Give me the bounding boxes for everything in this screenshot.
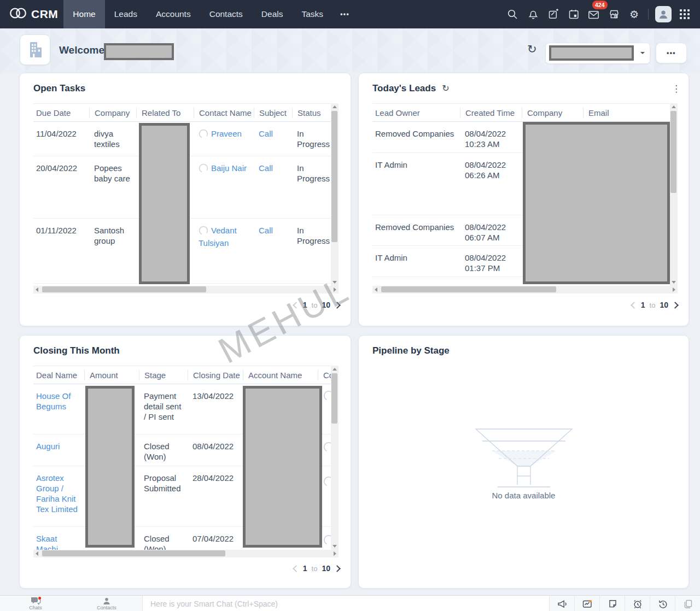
cell-due-date: 01/11/2022 [33, 219, 89, 236]
activity-feed-button[interactable] [574, 596, 599, 611]
announcements-button[interactable] [549, 596, 574, 611]
nav-more-button[interactable]: ••• [332, 0, 357, 28]
contact-avatar-icon [199, 129, 208, 141]
marketplace-button[interactable] [604, 0, 624, 28]
redacted-dashboard-name [549, 45, 634, 61]
horizontal-scrollbar[interactable] [33, 286, 339, 293]
pagination: 1 to 10 [294, 564, 340, 573]
panel-menu-kebab-icon[interactable]: ⋮ [672, 84, 681, 93]
cell-company: divya textiles [89, 122, 136, 149]
prev-page-chevron-icon[interactable] [631, 302, 638, 309]
scroll-right-arrow-icon[interactable] [673, 287, 675, 292]
mail-button[interactable]: 424 [584, 0, 604, 28]
column-header-amount[interactable]: Amount [84, 370, 139, 380]
dashboard-selector-dropdown[interactable] [545, 43, 650, 64]
nav-item-home[interactable]: Home [63, 0, 104, 28]
nav-item-accounts[interactable]: Accounts [147, 0, 200, 28]
column-header-email[interactable]: Email [583, 108, 667, 118]
settings-button[interactable]: ⚙ [624, 0, 644, 28]
column-header-deal-name[interactable]: Deal Name [33, 370, 84, 380]
deal-link[interactable]: Asrotex Group / Fariha Knit Tex Limited [36, 473, 78, 514]
cell-contact-name: Vedant Tulsiyan [194, 219, 254, 248]
copies-button[interactable] [675, 596, 700, 611]
vertical-scrollbar[interactable] [331, 366, 339, 550]
table-header: Deal Name Amount Stage Closing Date Acco… [33, 366, 331, 384]
contacts-tab[interactable]: Contacts [71, 596, 142, 611]
scroll-left-arrow-icon[interactable] [36, 551, 38, 556]
chats-tab[interactable]: Chats [0, 596, 71, 611]
subject-link[interactable]: Call [259, 163, 273, 173]
scroll-up-arrow-icon[interactable] [332, 105, 337, 108]
contact-link[interactable]: Baiju Nair [211, 163, 247, 173]
notifications-button[interactable] [523, 0, 543, 28]
user-avatar[interactable] [655, 6, 672, 22]
subject-link[interactable]: Call [259, 226, 273, 235]
smart-chat-input[interactable] [143, 596, 549, 611]
scrollbar-thumb[interactable] [331, 373, 337, 424]
scrollbar-thumb[interactable] [42, 550, 225, 556]
column-header-closing-date[interactable]: Closing Date [188, 370, 243, 380]
nav-item-tasks[interactable]: Tasks [293, 0, 333, 28]
column-header-account-name[interactable]: Account Name [243, 370, 318, 380]
column-header-contact-name[interactable]: Contact Name [194, 108, 254, 118]
column-header-status[interactable]: Status [292, 108, 328, 118]
scrollbar-thumb[interactable] [331, 111, 337, 242]
calendar-button[interactable] [563, 0, 584, 28]
next-page-chevron-icon[interactable] [334, 302, 341, 309]
column-header-lead-owner[interactable]: Lead Owner [372, 108, 460, 118]
quick-create-button[interactable] [543, 0, 563, 28]
dashboard-more-button[interactable]: ••• [656, 43, 687, 63]
prev-page-chevron-icon[interactable] [293, 302, 300, 309]
deal-link[interactable]: House Of Begums [36, 391, 71, 411]
panel-title: Closing This Month [33, 345, 120, 356]
column-header-stage[interactable]: Stage [139, 370, 188, 380]
column-header-company[interactable]: Company [522, 108, 583, 118]
deal-link[interactable]: Auguri [36, 442, 60, 451]
scroll-up-arrow-icon[interactable] [672, 105, 676, 108]
column-header-due-date[interactable]: Due Date [33, 108, 89, 118]
reminders-button[interactable] [625, 596, 650, 611]
nav-item-contacts[interactable]: Contacts [200, 0, 252, 28]
subject-link[interactable]: Call [259, 129, 273, 138]
scroll-up-arrow-icon[interactable] [332, 368, 337, 371]
horizontal-scrollbar[interactable] [372, 286, 678, 293]
cell-stage: Closed (Won) [139, 527, 188, 550]
next-page-chevron-icon[interactable] [334, 565, 341, 572]
scroll-right-arrow-icon[interactable] [334, 551, 336, 556]
scroll-down-arrow-icon[interactable] [332, 545, 337, 548]
column-header-contact-truncated[interactable]: Con [318, 370, 331, 380]
vertical-scrollbar[interactable] [670, 103, 678, 286]
history-button[interactable] [650, 596, 675, 611]
refresh-panel-icon[interactable]: ↻ [442, 84, 449, 93]
horizontal-scrollbar[interactable] [33, 550, 339, 557]
brand[interactable]: CRM [0, 6, 63, 22]
nav-item-leads[interactable]: Leads [105, 0, 147, 28]
vertical-scrollbar[interactable] [331, 103, 339, 286]
deal-link[interactable]: Skaat Machi [36, 534, 58, 550]
scrollbar-thumb[interactable] [42, 286, 206, 292]
search-button[interactable] [503, 0, 523, 28]
scroll-right-arrow-icon[interactable] [334, 287, 336, 292]
contact-link[interactable]: Praveen [211, 129, 242, 138]
pagination: 1 to 10 [294, 301, 340, 309]
refresh-dashboard-button[interactable]: ↻ [526, 42, 538, 57]
next-page-chevron-icon[interactable] [672, 302, 679, 309]
scroll-left-arrow-icon[interactable] [36, 287, 38, 292]
scrollbar-thumb[interactable] [381, 286, 556, 292]
cell-created-time: 08/04/202201:37 PM [460, 246, 522, 273]
scroll-left-arrow-icon[interactable] [375, 287, 377, 292]
scroll-down-arrow-icon[interactable] [332, 281, 337, 284]
redacted-related-to-column [139, 123, 190, 284]
notes-button[interactable] [599, 596, 625, 611]
column-header-company[interactable]: Company [89, 108, 136, 118]
column-header-created-time[interactable]: Created Time [460, 108, 522, 118]
column-header-related-to[interactable]: Related To [136, 108, 194, 118]
column-header-subject[interactable]: Subject [254, 108, 292, 118]
app-launcher-button[interactable] [674, 0, 695, 28]
contact-avatar-icon [323, 534, 331, 548]
prev-page-chevron-icon[interactable] [293, 565, 300, 572]
scrollbar-thumb[interactable] [670, 111, 676, 193]
scroll-down-arrow-icon[interactable] [672, 281, 676, 284]
panel-open-tasks: Open Tasks Due Date Company Related To C… [19, 73, 351, 326]
nav-item-deals[interactable]: Deals [252, 0, 293, 28]
